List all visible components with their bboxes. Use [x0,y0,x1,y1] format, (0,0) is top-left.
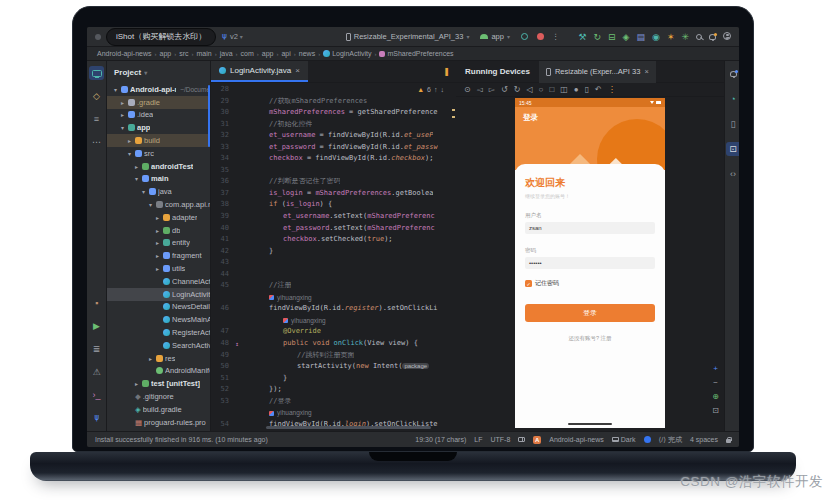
commit-tool-icon[interactable]: ◇ [89,89,104,103]
tree-item-test-unittest-[interactable]: ▸test [unitTest] [107,377,210,390]
tree-item-fragment[interactable]: ▸fragment [107,249,210,262]
breadcrumb-item-loginactivity[interactable]: LoginActivity [323,50,371,57]
prev-problem-icon[interactable]: ↑ [434,86,438,93]
device-manager-icon[interactable]: ▯ [726,117,740,131]
volume-down-icon[interactable]: ◅ [477,85,483,94]
code-line-41[interactable]: 41checkbox.setChecked(true); [211,234,456,246]
breadcrumb-item-com[interactable]: com [241,50,254,57]
assistant-icon[interactable]: ‹› [726,167,740,181]
username-field[interactable]: zsan [525,222,655,234]
tree-item-channelactivi[interactable]: ChannelActivi [107,275,210,288]
chevron-down-icon[interactable]: ▾ [147,201,154,208]
code-line-50[interactable]: 50startActivity(new Intent(package [211,361,456,373]
ishot-overlay[interactable]: iShot（购买解锁去水印） [106,28,216,46]
breadcrumb-item-android-api-news[interactable]: Android-api-news [97,50,151,57]
breadcrumb-item-java[interactable]: java [220,50,233,57]
code-line-51[interactable]: 51} [211,373,456,385]
breadcrumb-item-msharedpreferences[interactable]: mSharedPreferences [379,50,453,57]
file-encoding[interactable]: UTF-8 [490,436,510,443]
caret-position[interactable]: 19:30 (17 chars) [415,436,466,443]
emulator-screen[interactable]: 15:45 登录 欢迎 [515,98,665,428]
tree-item-src[interactable]: ▾src [107,147,210,160]
breadcrumb-item-main[interactable]: main [197,50,212,57]
chevron-right-icon[interactable]: ▸ [147,355,154,362]
chevron-down-icon[interactable]: ▾ [140,188,147,195]
chevron-right-icon[interactable]: ▸ [126,137,133,144]
tree-item-searchactivity[interactable]: SearchActivity [107,339,210,352]
device-selector[interactable]: Resizable_Experimental_API_33 ▾ [346,32,470,41]
run-configuration[interactable]: app ▾ [480,32,510,41]
code-line-45[interactable]: 45//注册 [211,280,456,292]
chevron-down-icon[interactable]: ▾ [126,150,133,157]
tab-resizable-device[interactable]: Resizable (Exper...API 33 × [539,61,656,83]
more-tools-icon[interactable]: ⋯ [89,135,104,149]
zoom-in-button[interactable]: + [713,364,718,373]
lock-icon[interactable] [726,436,731,443]
chevron-down-icon[interactable]: ▾ [133,175,140,182]
tree-item-db[interactable]: ▸db [107,224,210,237]
build-tool-icon[interactable]: ▪ [89,296,104,310]
register-link[interactable]: 还没有账号? 注册 [525,335,655,342]
git-tool-icon[interactable]: ⋔ [89,411,104,425]
chevron-right-icon[interactable]: ▸ [133,380,140,387]
reader-mode-icon[interactable] [518,437,525,442]
code-line-43[interactable]: 43 [211,257,456,269]
tree-item-main[interactable]: ▾main [107,173,210,186]
tree-item-build[interactable]: ▸build [107,134,210,147]
breadcrumb-item-news[interactable]: news [299,50,315,57]
breadcrumb-item-src[interactable]: src [179,50,188,57]
tree-item-androidtest[interactable]: ▸androidTest [107,160,210,173]
code-line-31[interactable]: 31//初始化控件 [211,119,456,131]
close-icon[interactable]: × [295,66,300,75]
tree-item-newsdetailsa[interactable]: NewsDetailsA [107,301,210,314]
stop-button[interactable] [537,33,544,40]
profiler-icon[interactable]: ◉ [652,32,660,42]
chevron-right-icon[interactable]: ▸ [154,265,161,272]
password-field[interactable]: •••••• [525,257,655,269]
notifications-icon[interactable] [726,67,740,81]
screenshot-icon[interactable]: ◫ [560,85,568,94]
code-line-40[interactable]: 40et_password.setText(mSharedPreferenc [211,223,456,235]
run-tool-icon[interactable]: ▶ [89,319,104,333]
search-icon[interactable] [696,32,702,42]
chevron-right-icon[interactable]: ▸ [154,214,161,221]
code-line-35[interactable]: 35 [211,165,456,177]
avatar-icon[interactable] [723,32,731,42]
code-line-48[interactable]: 48↥public void onClick(View view) { [211,338,456,350]
problems-indicator-icon[interactable]: ❚ [443,67,450,76]
todo-tool-icon[interactable]: ≣ [89,342,104,356]
remember-checkbox[interactable]: ✓ [525,280,532,287]
tree-item-entity[interactable]: ▸entity [107,237,210,250]
project-name[interactable]: Android-api-news [549,436,603,443]
rotate-right-icon[interactable]: ↻ [514,85,521,94]
structure-tool-icon[interactable]: ≡ [89,112,104,126]
code-line-52[interactable]: 52}); [211,384,456,396]
tree-item-build.gradle[interactable]: ◈build.gradle [107,403,210,416]
tree-item-proguard-rules.pro[interactable]: ▦proguard-rules.pro [107,416,210,429]
next-problem-icon[interactable]: ↓ [441,86,445,93]
gesture-bar[interactable] [568,423,612,426]
code-author-hint[interactable]: yihuangxing [211,407,456,419]
project-panel-header[interactable]: Project ▾ [107,61,210,83]
chevron-right-icon[interactable]: ▸ [154,227,161,234]
bug-report-icon[interactable]: ✳ [681,32,689,42]
code-author-hint[interactable]: yihuangxing [211,315,456,327]
layout-inspector-icon[interactable]: ✶ [667,32,675,42]
tree-item-java[interactable]: ▾java [107,185,210,198]
tree-item-androidmanifest.xm[interactable]: AndroidManifest.xm [107,365,210,378]
code-line-29[interactable]: 29//获取mSharedPreferences [211,96,456,108]
code-line-39[interactable]: 39et_username.setText(mSharedPreferenc [211,211,456,223]
scrollbar-thumb[interactable] [208,85,210,147]
more-actions-icon[interactable]: ⋮ [552,32,560,41]
running-devices-icon[interactable]: ⊡ [726,142,740,156]
status-message[interactable]: Install successfully finished in 916 ms.… [95,436,268,443]
volume-up-icon[interactable]: ▻ [489,85,495,94]
close-icon[interactable]: × [644,67,648,76]
record-icon[interactable]: ● [574,85,579,94]
tree-item-utils[interactable]: ▸utils [107,262,210,275]
tree-item-app[interactable]: ▾app [107,121,210,134]
back-icon[interactable]: ◁ [526,85,532,94]
code-line-47[interactable]: 47@Override [211,326,456,338]
window-control-dot[interactable] [95,34,101,40]
build-hammer-icon[interactable]: ⚒ [578,32,586,42]
